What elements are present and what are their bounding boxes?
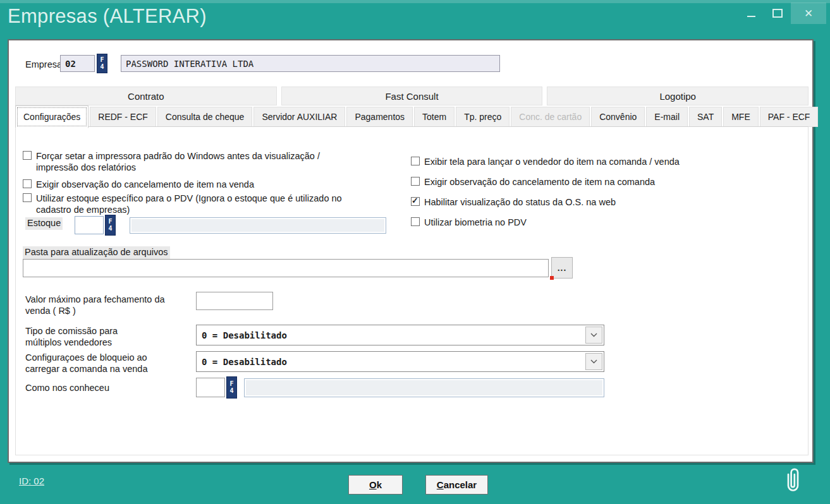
tab-label: E-mail [654, 112, 680, 122]
como-conheceu-f4-button[interactable]: F4 [226, 376, 237, 399]
checkbox-row[interactable]: Utilizar estoque específico para o PDV (… [23, 193, 364, 215]
main-tab[interactable]: PAF - ECF [760, 107, 819, 127]
tab-label: REDF - ECF [98, 112, 148, 122]
empresas-window: Empresas (ALTERAR) ✕ Empresa 02 F4 PASSW… [0, 0, 830, 504]
checkbox-label: Forçar setar a impressora padrão do Wind… [36, 150, 364, 173]
checkbox-label: Habilitar visualização do status da O.S.… [424, 196, 616, 208]
f4-top: F [100, 57, 104, 64]
checkbox-row[interactable]: Forçar setar a impressora padrão do Wind… [23, 150, 364, 173]
estoque-f4-button[interactable]: F4 [105, 215, 116, 236]
minimize-button[interactable] [738, 3, 764, 24]
checkbox[interactable] [23, 151, 32, 160]
checkbox-label: Exibir tela para lançar o vendedor do it… [424, 156, 680, 167]
chevron-down-icon[interactable] [585, 327, 602, 344]
valor-maximo-label: Valor máximo para fechamento da venda ( … [25, 294, 168, 316]
checkbox-label: Utilizar estoque específico para o PDV (… [36, 193, 364, 215]
top-tab-row: Contrato Fast Consult Logotipo [15, 87, 809, 105]
main-tab[interactable]: Servidor AUXILIAR [253, 107, 345, 127]
checkbox[interactable] [23, 193, 32, 202]
f4-bottom: 4 [100, 64, 104, 71]
top-tab[interactable]: Logotipo [547, 87, 809, 105]
checkbox-column-right: Exibir tela para lançar o vendedor do it… [411, 156, 790, 237]
estoque-code-field[interactable] [75, 216, 104, 234]
chevron-down-icon[interactable] [585, 353, 602, 370]
checkbox-row[interactable]: Exigir observação do cancelamento de ite… [23, 179, 364, 190]
como-conheceu-code-field[interactable] [196, 378, 225, 397]
checkbox-label: Utilizar biometria no PDV [424, 217, 527, 228]
maximize-button[interactable] [764, 3, 791, 24]
tab-label: SAT [697, 112, 714, 122]
checkbox-label: Exigir observação do cancelamento de ite… [36, 179, 254, 190]
main-panel: Empresa 02 F4 PASSWORD INTERATIVA LTDA C… [8, 39, 814, 463]
minimize-icon [747, 16, 755, 17]
f4-top: F [229, 381, 233, 388]
check-icon: ✓ [412, 196, 418, 205]
tab-label: Logotipo [659, 91, 696, 102]
tab-label: Pagamentos [355, 112, 405, 122]
window-title: Empresas (ALTERAR) [8, 5, 207, 28]
checkbox[interactable] [411, 157, 420, 165]
record-id-link[interactable]: ID: 02 [19, 476, 44, 486]
empresa-name-field[interactable]: PASSWORD INTERATIVA LTDA [121, 55, 500, 72]
como-conheceu-label: Como nos conheceu [25, 383, 109, 394]
tab-label: Fast Consult [385, 91, 438, 102]
cancel-button[interactable]: Cancelar [425, 475, 488, 495]
checkbox[interactable] [411, 177, 420, 186]
window-controls: ✕ [738, 3, 826, 24]
pasta-label: Pasta para atualização de arquivos [23, 246, 170, 259]
tab-label: Consulta de cheque [166, 112, 245, 122]
main-tab: Conc. de cartão [511, 107, 590, 127]
tab-label: Conc. de cartão [519, 112, 582, 122]
bloqueio-comanda-dropdown[interactable]: 0 = Desabilitado [196, 351, 604, 372]
tab-label: Tp. preço [464, 112, 501, 122]
browse-button[interactable]: ... [551, 257, 573, 279]
cancel-rest: ancelar [444, 479, 477, 490]
tab-label: Contrato [128, 91, 164, 102]
tab-label: Configurações [23, 112, 80, 122]
como-conheceu-name-field [244, 378, 604, 397]
checkbox-label: Exigir observação do cancelamento de ite… [424, 176, 655, 188]
top-tab[interactable]: Contrato [15, 87, 277, 105]
tipo-comissao-label: Tipo de comissão para múltiplos vendedor… [25, 326, 139, 348]
valor-maximo-input[interactable] [196, 292, 273, 310]
main-tab[interactable]: REDF - ECF [90, 107, 156, 127]
dropdown-value: 0 = Desabilitado [197, 357, 584, 367]
main-tab[interactable]: Pagamentos [346, 107, 413, 127]
checkbox-row[interactable]: ✓ Habilitar visualização do status da O.… [411, 196, 790, 208]
main-tab[interactable]: Tp. preço [456, 107, 510, 127]
pasta-input[interactable] [23, 259, 549, 277]
cancel-accel: C [437, 479, 444, 490]
checkbox-column-left: Forçar setar a impressora padrão do Wind… [23, 150, 364, 221]
checkbox-row[interactable]: Exibir tela para lançar o vendedor do it… [411, 156, 790, 167]
f4-top: F [108, 219, 112, 225]
tipo-comissao-dropdown[interactable]: 0 = Desabilitado [196, 325, 604, 345]
close-icon: ✕ [804, 7, 813, 20]
checkbox-row[interactable]: Exigir observação do cancelamento de ite… [411, 176, 790, 188]
main-tab[interactable]: MFE [723, 107, 759, 127]
checkbox[interactable] [23, 179, 32, 188]
empresa-code-field[interactable]: 02 [60, 55, 95, 72]
checkbox[interactable] [411, 217, 420, 226]
maximize-icon [772, 9, 783, 18]
close-button[interactable]: ✕ [791, 3, 826, 24]
dropdown-value: 0 = Desabilitado [197, 330, 584, 340]
tab-label: Totem [422, 112, 446, 122]
estoque-label: Estoque [25, 217, 63, 230]
empresa-f4-button[interactable]: F4 [97, 54, 107, 73]
main-tab[interactable]: Consulta de cheque [157, 107, 253, 127]
main-tab[interactable]: Configurações [15, 105, 88, 128]
main-tab[interactable]: SAT [689, 107, 722, 127]
tab-label: PAF - ECF [768, 112, 810, 122]
ok-button[interactable]: Ok [348, 475, 403, 495]
f4-bottom: 4 [229, 388, 233, 395]
f4-bottom: 4 [108, 225, 112, 232]
main-tab[interactable]: Convênio [591, 107, 645, 127]
ok-rest: k [377, 479, 382, 490]
main-tab[interactable]: E-mail [646, 107, 688, 127]
estoque-name-field [130, 217, 386, 234]
checkbox-row[interactable]: Utilizar biometria no PDV [411, 217, 790, 228]
main-tab[interactable]: Totem [414, 107, 455, 127]
empresa-label: Empresa [25, 59, 62, 71]
top-tab[interactable]: Fast Consult [281, 87, 543, 105]
checkbox[interactable]: ✓ [411, 197, 420, 206]
